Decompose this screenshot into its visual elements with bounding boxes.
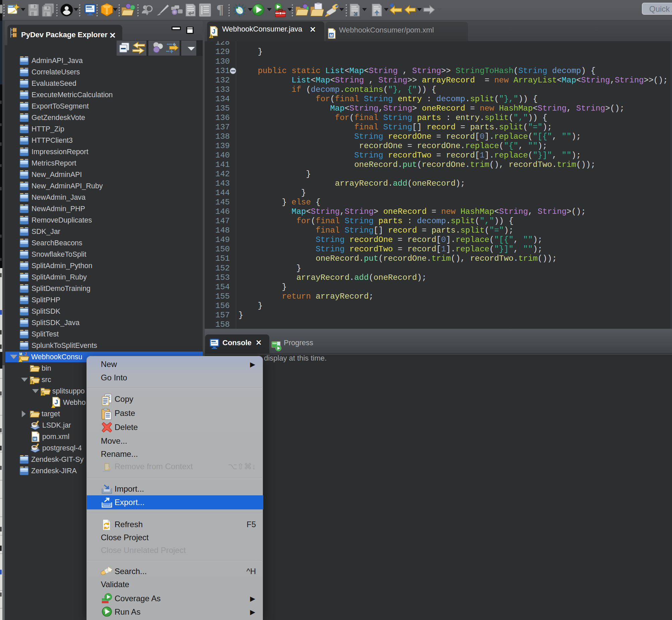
svg-text:J: J [212, 28, 215, 35]
svg-text:M: M [19, 352, 22, 356]
svg-text:M: M [330, 33, 333, 38]
svg-text:M: M [33, 437, 36, 441]
svg-text:J: J [24, 352, 26, 356]
svg-text:J: J [55, 399, 58, 406]
